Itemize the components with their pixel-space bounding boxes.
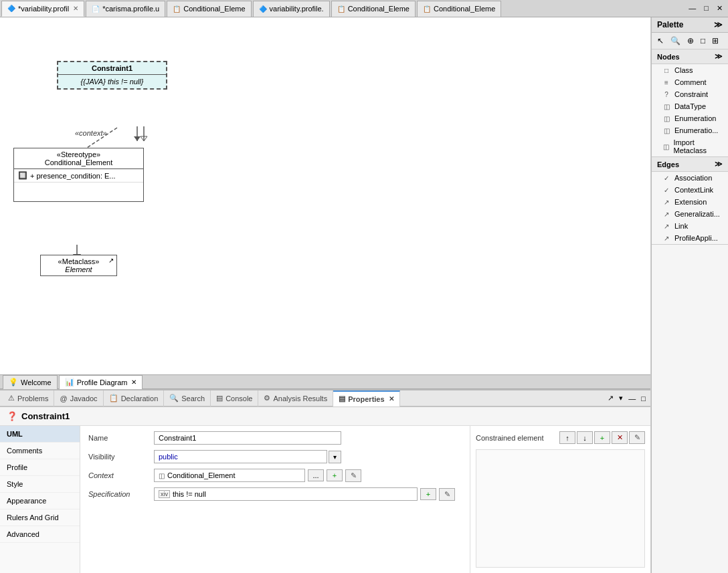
name-input[interactable] — [154, 431, 341, 445]
minimize-button[interactable]: — — [686, 4, 699, 13]
palette-title: Palette — [657, 20, 683, 29]
bottom-panel: ⚠ Problems @ Javadoc 📋 Declaration 🔍 Sea… — [0, 389, 650, 573]
palette-panel: Palette ≫ ↖ 🔍 ⊕ □ ⊞ Nodes ≫ □ Class ≡ Co… — [651, 17, 728, 573]
palette-item-datatype[interactable]: ◫ DataType — [652, 100, 728, 112]
tab-conditional-2[interactable]: 📋 Conditional_Eleme — [331, 1, 416, 17]
palette-item-constraint[interactable]: ? Constraint — [652, 88, 728, 100]
palette-item-comment[interactable]: ≡ Comment — [652, 76, 728, 88]
stereotype-label: «Stereotype» Conditional_Element — [14, 148, 143, 169]
canvas[interactable]: Constraint1 {{JAVA} this != null} «conte… — [0, 17, 650, 374]
spec-add-button[interactable]: + — [420, 488, 436, 500]
tab-variability-profil[interactable]: 🔷 *variability.profil ✕ — [1, 1, 84, 17]
close-window-button[interactable]: ✕ — [714, 4, 725, 13]
tab-search[interactable]: 🔍 Search — [164, 390, 211, 407]
palette-nodes-header[interactable]: Nodes ≫ — [652, 49, 728, 64]
sidebar-item-advanced[interactable]: Advanced — [0, 526, 80, 543]
palette-edges-header[interactable]: Edges ≫ — [652, 157, 728, 172]
constrained-edit-button[interactable]: ✎ — [629, 431, 645, 444]
spec-value-row: xiv this != null + ✎ — [154, 487, 455, 501]
context-edit-button[interactable]: ✎ — [345, 469, 361, 482]
constrained-add-button[interactable]: + — [594, 431, 610, 444]
bottom-tab-bar: ⚠ Problems @ Javadoc 📋 Declaration 🔍 Sea… — [0, 390, 650, 407]
properties-icon: ▤ — [339, 394, 345, 403]
metaclass-tag: «Metaclass» — [45, 257, 112, 265]
palette-item-generalization[interactable]: ↗ Generalizati... — [652, 208, 728, 220]
constraint-box[interactable]: Constraint1 {{JAVA} this != null} — [57, 61, 167, 90]
palette-item-extension[interactable]: ↗ Extension — [652, 196, 728, 208]
maximize-button[interactable]: □ — [701, 4, 711, 13]
open-new-button[interactable]: ↗ — [606, 394, 616, 403]
palette-item-link[interactable]: ↗ Link — [652, 220, 728, 232]
tab-label-4: variability.profile. — [270, 5, 324, 13]
sidebar-item-profile[interactable]: Profile — [0, 459, 80, 476]
sidebar-item-appearance[interactable]: Appearance — [0, 493, 80, 509]
visibility-dropdown-button[interactable]: ▾ — [329, 451, 341, 463]
constrained-down-button[interactable]: ↓ — [577, 431, 593, 444]
javadoc-label: Javadoc — [70, 394, 98, 403]
window-controls: — □ ✕ — [686, 4, 728, 13]
visibility-input[interactable] — [154, 450, 327, 463]
tab-problems[interactable]: ⚠ Problems — [3, 390, 54, 407]
tab-welcome[interactable]: 💡 Welcome — [3, 375, 58, 389]
palette-item-profileappli[interactable]: ↗ ProfileAppli... — [652, 232, 728, 244]
welcome-label: Welcome — [21, 378, 52, 386]
properties-close[interactable]: ✕ — [389, 395, 394, 403]
panel-maximize-button[interactable]: □ — [639, 394, 648, 403]
console-icon: ▤ — [216, 394, 223, 403]
palette-item-enumeration[interactable]: ◫ Enumeration — [652, 112, 728, 124]
tab-profile-diagram[interactable]: 📊 Profile Diagram ✕ — [59, 375, 143, 389]
constrained-up-button[interactable]: ↑ — [559, 431, 575, 444]
zoom-in-tool[interactable]: 🔍 — [668, 35, 683, 47]
nodes-label: Nodes — [657, 53, 680, 61]
context-add-button[interactable]: + — [327, 469, 343, 481]
props-sidebar: UML Comments Profile Style Appearance Ru… — [0, 426, 80, 573]
metaclass-box[interactable]: ↗ «Metaclass» Element — [40, 255, 117, 276]
fit-tool[interactable]: □ — [698, 35, 708, 47]
tab-bar: 🔷 *variability.profil ✕ 📄 *carisma.profi… — [0, 0, 728, 17]
palette-header: Palette ≫ — [652, 17, 728, 33]
extension-label: Extension — [674, 198, 707, 206]
tab-analysis[interactable]: ⚙ Analysis Results — [258, 390, 333, 407]
tab-javadoc[interactable]: @ Javadoc — [54, 390, 103, 407]
search-icon: 🔍 — [169, 394, 179, 403]
stereotype-box[interactable]: «Stereotype» Conditional_Element 🔲 + pre… — [13, 148, 144, 202]
profile-diagram-close[interactable]: ✕ — [131, 378, 136, 386]
profileappli-label: ProfileAppli... — [674, 234, 718, 242]
constrained-remove-button[interactable]: ✕ — [612, 431, 628, 444]
palette-item-enumeration2[interactable]: ◫ Enumeratio... — [652, 124, 728, 136]
props-main: Name Visibility ▾ — [80, 426, 470, 573]
palette-item-class[interactable]: □ Class — [652, 64, 728, 76]
tab-carisma[interactable]: 📄 *carisma.profile.u — [86, 1, 165, 17]
palette-item-contextlink[interactable]: ✓ ContextLink — [652, 184, 728, 196]
extension-icon: ↗ — [662, 199, 670, 206]
panel-minimize-button[interactable]: — — [626, 394, 638, 403]
spec-edit-button[interactable]: ✎ — [439, 488, 455, 501]
tab-close-1[interactable]: ✕ — [73, 5, 78, 12]
tab-declaration[interactable]: 📋 Declaration — [104, 390, 165, 407]
sidebar-item-uml[interactable]: UML — [0, 426, 80, 443]
palette-expand-icon[interactable]: ≫ — [714, 20, 723, 29]
sidebar-item-comments[interactable]: Comments — [0, 443, 80, 459]
tab-variability-profile[interactable]: 🔷 variability.profile. — [253, 1, 330, 17]
palette-item-association[interactable]: ✓ Association — [652, 172, 728, 184]
sidebar-item-rulers[interactable]: Rulers And Grid — [0, 509, 80, 526]
class-label: Class — [674, 66, 693, 74]
select-tool[interactable]: ↖ — [654, 35, 666, 47]
tab-conditional-3[interactable]: 📋 Conditional_Eleme — [417, 1, 501, 17]
tab-label-3: Conditional_Eleme — [183, 5, 245, 13]
tab-console[interactable]: ▤ Console — [211, 390, 258, 407]
tab-conditional-1[interactable]: 📋 Conditional_Eleme — [167, 1, 251, 17]
zoom-out-tool[interactable]: ⊕ — [685, 35, 697, 47]
svg-marker-5 — [141, 136, 147, 141]
palette-item-import-metaclass[interactable]: ◫ Import Metaclass — [652, 136, 728, 156]
sidebar-item-style[interactable]: Style — [0, 476, 80, 493]
panel-menu-button[interactable]: ▾ — [617, 394, 625, 403]
grid-tool[interactable]: ⊞ — [709, 35, 721, 47]
tab-properties[interactable]: ▤ Properties ✕ — [333, 390, 399, 407]
props-header: ❓ Constraint1 — [0, 407, 650, 426]
context-more-button[interactable]: ... — [308, 469, 324, 481]
declaration-icon: 📋 — [109, 394, 118, 403]
enumeration2-label: Enumeratio... — [674, 126, 718, 134]
profileappli-icon: ↗ — [662, 235, 670, 242]
stereotype-empty — [14, 183, 143, 201]
